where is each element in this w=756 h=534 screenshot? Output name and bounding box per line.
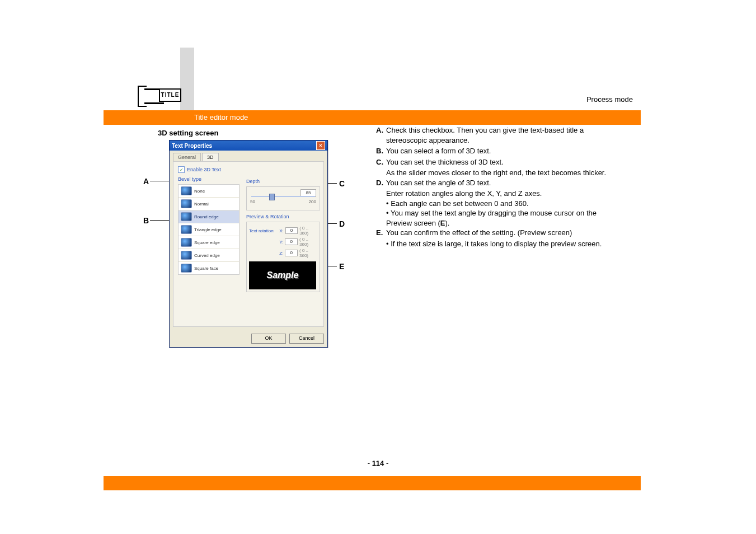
process-mode-label: Process mode	[586, 95, 633, 104]
desc-D-sub: Enter rotation angles along the X, Y, an…	[386, 189, 617, 199]
depth-min: 50	[250, 199, 255, 204]
page-number: - 114 -	[0, 459, 756, 467]
desc-D-text: You can set the angle of 3D text.	[386, 178, 617, 188]
title-icon: TITLE	[138, 81, 178, 104]
header-bar: Title editor mode	[104, 110, 641, 125]
dialog-title: Text Properties	[172, 143, 212, 149]
bevel-type-list[interactable]: None Normal Round edge Triangle edge Squ…	[178, 184, 240, 275]
depth-slider[interactable]	[251, 196, 315, 197]
text-rotation-label: Text rotation:	[249, 228, 278, 233]
depth-label: Depth	[246, 179, 320, 184]
enable-3d-label: Enable 3D Text	[187, 167, 221, 172]
cancel-button[interactable]: Cancel	[289, 334, 324, 344]
list-item: None	[179, 185, 239, 198]
rot-x-label: X:	[279, 228, 284, 233]
rot-range: ( 0 .. 360)	[299, 248, 317, 258]
desc-C-label: C.	[376, 157, 386, 167]
list-item: Round edge	[179, 210, 239, 223]
preview-screen[interactable]: Sample	[249, 261, 316, 289]
rot-range: ( 0 .. 360)	[299, 237, 317, 247]
desc-C-text: You can set the thickness of 3D text.	[386, 157, 617, 167]
text-properties-dialog: Text Properties × General 3D Enable 3D T…	[169, 140, 328, 348]
callout-D: D	[339, 219, 345, 228]
description-list: A.Check this checkbox. Then you can give…	[376, 125, 617, 249]
tab-general[interactable]: General	[173, 153, 201, 161]
list-item: Square face	[179, 262, 239, 274]
desc-D-bullet1: • Each angle can be set between 0 and 36…	[386, 199, 617, 209]
desc-A-label: A.	[376, 125, 386, 145]
title-badge: TITLE	[159, 88, 181, 102]
preview-rotation-label: Preview & Rotation	[246, 214, 320, 219]
desc-B-text: You can select a form of 3D text.	[386, 146, 617, 156]
ok-button[interactable]: OK	[251, 334, 286, 344]
callout-B: B	[143, 216, 149, 225]
desc-E-text: You can confirm the effect of the settin…	[386, 228, 617, 238]
title-editor-mode-label: Title editor mode	[194, 110, 248, 125]
desc-A-text: Check this checkbox. Then you can give t…	[386, 125, 617, 145]
desc-D-label: D.	[376, 178, 386, 188]
list-item: Curved edge	[179, 249, 239, 262]
depth-max: 200	[309, 199, 316, 204]
rot-z-label: Z:	[279, 251, 283, 256]
desc-D-bullet2: • You may set the text angle by dragging…	[386, 208, 617, 228]
footer-bar	[104, 476, 641, 490]
rot-x-input[interactable]: 0	[285, 227, 298, 234]
preview-rotation-group: Text rotation: X: 0 ( 0 .. 360) Y: 0 ( 0…	[246, 222, 320, 292]
list-item: Normal	[179, 198, 239, 210]
rot-range: ( 0 .. 360)	[299, 226, 317, 236]
depth-group: 85 50 200	[246, 186, 320, 210]
tab-3d[interactable]: 3D	[202, 153, 219, 161]
desc-B-label: B.	[376, 146, 386, 156]
rot-y-label: Y:	[279, 240, 283, 245]
desc-E-bullet: • If the text size is large, it takes lo…	[386, 239, 617, 249]
enable-3d-checkbox[interactable]	[178, 166, 185, 173]
close-icon[interactable]: ×	[316, 141, 325, 150]
rot-y-input[interactable]: 0	[285, 238, 298, 245]
list-item: Triangle edge	[179, 223, 239, 236]
list-item: Square edge	[179, 236, 239, 249]
desc-E-label: E.	[376, 228, 386, 238]
gray-header-block	[180, 48, 194, 115]
callout-E: E	[339, 262, 344, 271]
rot-z-input[interactable]: 0	[285, 250, 298, 256]
callout-A: A	[143, 177, 149, 186]
desc-C-sub: As the slider moves closer to the right …	[386, 168, 617, 178]
callout-C: C	[339, 179, 345, 188]
